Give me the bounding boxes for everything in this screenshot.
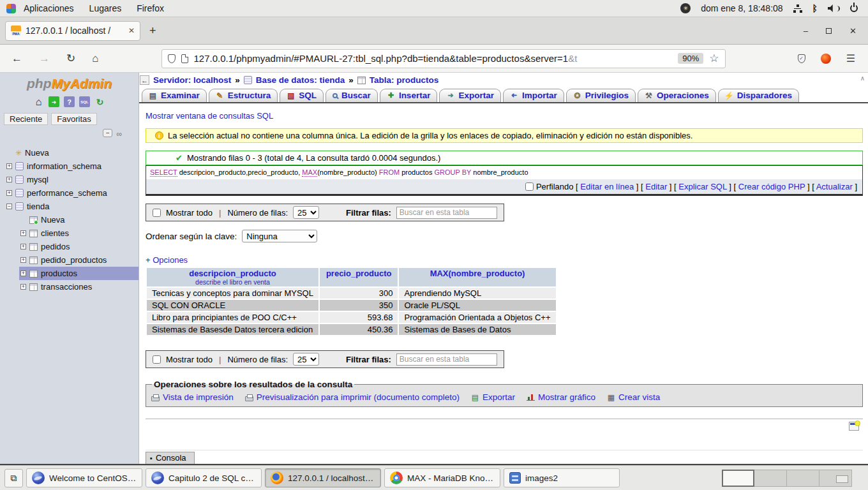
tab-examinar[interactable]: Examinar bbox=[142, 89, 207, 102]
operation-link-mostrar-gr-fico[interactable]: Mostrar gráfico bbox=[527, 392, 595, 402]
menu-firefox[interactable]: Firefox bbox=[129, 0, 172, 17]
breadcrumb-table[interactable]: Tabla: productos bbox=[370, 75, 439, 85]
url-bar[interactable]: 127.0.0.1/phpmyadmin/#PMAURL-27:tbl_sql.… bbox=[161, 49, 726, 68]
tab-sql[interactable]: SQL bbox=[280, 89, 324, 102]
show-all-checkbox[interactable] bbox=[153, 209, 161, 217]
link-db-icon[interactable] bbox=[116, 129, 122, 138]
show-windows-button[interactable] bbox=[4, 469, 23, 487]
nav-tree-item-productos[interactable]: +productos bbox=[0, 267, 138, 280]
workspace-1[interactable] bbox=[722, 470, 754, 487]
bookmark-star-icon[interactable] bbox=[709, 52, 719, 65]
workspace-4[interactable] bbox=[819, 470, 852, 487]
taskbar-window-firefox[interactable]: 127.0.0.1 / localhost / tien... bbox=[265, 468, 381, 487]
expander-icon[interactable]: − bbox=[6, 204, 12, 209]
tab-disparadores[interactable]: Disparadores bbox=[718, 89, 799, 102]
taskbar-window-seamonkey[interactable]: Capitulo 2 de SQL com My... bbox=[146, 468, 262, 487]
collapse-all-icon[interactable] bbox=[103, 129, 112, 137]
accessibility-icon[interactable] bbox=[680, 3, 691, 13]
expander-icon[interactable]: + bbox=[20, 244, 26, 249]
forward-icon[interactable]: → bbox=[39, 52, 50, 65]
close-tab-icon[interactable]: ✕ bbox=[128, 26, 135, 35]
rows-select[interactable]: 25 bbox=[293, 206, 319, 219]
profiling-link-editar-en-l-nea[interactable]: Editar en línea bbox=[580, 182, 634, 191]
network-icon[interactable] bbox=[793, 4, 802, 13]
refresh-icon[interactable] bbox=[94, 96, 105, 107]
logout-icon[interactable] bbox=[49, 96, 59, 107]
expander-icon[interactable]: + bbox=[20, 230, 26, 236]
nav-tree-item-transacciones[interactable]: +transacciones bbox=[0, 280, 138, 293]
operation-link-vista-de-impresi-n[interactable]: Vista de impresión bbox=[151, 392, 234, 402]
sql-window-icon[interactable] bbox=[79, 96, 90, 107]
column-header-1[interactable]: precio_producto bbox=[320, 268, 398, 286]
workspace-2[interactable] bbox=[754, 470, 787, 487]
reload-icon[interactable]: ↻ bbox=[66, 52, 75, 65]
profiling-link-explicar-sql[interactable]: Explicar SQL bbox=[678, 182, 726, 191]
page-info-icon[interactable] bbox=[181, 54, 188, 63]
expander-icon[interactable]: + bbox=[6, 163, 12, 169]
operation-link-crear-vista[interactable]: Crear vista bbox=[607, 392, 660, 402]
zoom-level-badge[interactable]: 90% bbox=[678, 53, 703, 64]
back-icon[interactable]: ← bbox=[11, 52, 22, 65]
bluetooth-icon[interactable] bbox=[812, 3, 818, 13]
nav-tree-item-mysql[interactable]: +mysql bbox=[0, 173, 138, 186]
tab-privilegios[interactable]: Privilegios bbox=[566, 89, 636, 102]
profiling-link-editar[interactable]: Editar bbox=[645, 182, 667, 191]
profiling-checkbox[interactable] bbox=[525, 182, 534, 191]
tab-estructura[interactable]: Estructura bbox=[209, 89, 278, 102]
show-all-checkbox[interactable] bbox=[153, 355, 161, 364]
nav-tree-item-nueva[interactable]: Nueva bbox=[0, 213, 138, 226]
operation-link-exportar[interactable]: Exportar bbox=[471, 392, 515, 402]
taskbar-window-seamonkey[interactable]: Welcome to CentOS - Sea... bbox=[26, 468, 142, 487]
tab-operaciones[interactable]: Operaciones bbox=[638, 89, 716, 102]
menu-aplicaciones[interactable]: Aplicaciones bbox=[16, 0, 82, 17]
filter-input[interactable] bbox=[396, 207, 497, 219]
tab-favoritas[interactable]: Favoritas bbox=[51, 113, 96, 125]
help-icon[interactable] bbox=[64, 96, 75, 107]
column-header-2[interactable]: MAX(nombre_producto) bbox=[399, 268, 555, 286]
menu-lugares[interactable]: Lugares bbox=[82, 0, 130, 17]
expander-icon[interactable]: + bbox=[6, 177, 12, 182]
taskbar-window-cabinet[interactable]: images2 bbox=[504, 468, 620, 487]
window-restore-button[interactable] bbox=[826, 28, 832, 34]
tracking-shield-icon[interactable] bbox=[168, 54, 176, 63]
volume-icon[interactable] bbox=[828, 4, 840, 12]
expander-icon[interactable]: + bbox=[20, 284, 26, 290]
sort-select[interactable]: Ninguna bbox=[242, 230, 317, 242]
breadcrumb-server[interactable]: Servidor: localhost bbox=[153, 75, 231, 85]
rows-select[interactable]: 25 bbox=[293, 353, 319, 366]
window-close-button[interactable]: ✕ bbox=[849, 26, 857, 36]
new-tab-button[interactable]: + bbox=[149, 24, 156, 38]
sql-query-window-link[interactable]: Mostrar ventana de consultas SQL bbox=[146, 111, 273, 121]
clock[interactable]: dom ene 8, 18:48:08 bbox=[701, 3, 782, 13]
tab-buscar[interactable]: Buscar bbox=[326, 89, 378, 102]
tab-insertar[interactable]: Insertar bbox=[380, 89, 438, 102]
browser-tab[interactable]: 127.0.0.1 / localhost / ✕ bbox=[5, 21, 140, 41]
pma-logo[interactable]: phpMyAdmin bbox=[0, 73, 138, 91]
profiling-link-actualizar[interactable]: Actualizar bbox=[816, 182, 853, 191]
page-settings-icon[interactable] bbox=[849, 422, 859, 431]
profiling-link-crear-c-digo-php[interactable]: Crear código PHP bbox=[738, 182, 805, 191]
window-minimize-button[interactable]: – bbox=[804, 26, 808, 36]
nav-tree-item-tienda[interactable]: −tienda bbox=[0, 200, 138, 213]
nav-tree-item-information-schema[interactable]: +information_schema bbox=[0, 160, 138, 173]
tab-reciente[interactable]: Reciente bbox=[4, 113, 48, 125]
nav-tree-item-clientes[interactable]: +clientes bbox=[0, 226, 138, 240]
tab-exportar[interactable]: Exportar bbox=[439, 89, 501, 102]
extension-red-icon[interactable] bbox=[821, 54, 831, 64]
nav-tree-item-pedido-productos[interactable]: +pedido_productos bbox=[0, 253, 138, 267]
breadcrumb-database[interactable]: Base de datos: tienda bbox=[256, 75, 345, 85]
hamburger-menu-icon[interactable] bbox=[846, 52, 855, 64]
expander-icon[interactable]: + bbox=[20, 271, 26, 276]
home-icon[interactable]: ⌂ bbox=[92, 52, 98, 65]
nav-tree-item-nueva[interactable]: Nueva bbox=[0, 146, 138, 160]
tab-importar[interactable]: Importar bbox=[503, 89, 564, 102]
operation-link-previsualizaci-n-para-imprimir[interactable]: Previsualización para imprimir (document… bbox=[245, 392, 460, 402]
nav-tree-item-pedidos[interactable]: +pedidos bbox=[0, 240, 138, 253]
nav-tree-item-performance-schema[interactable]: +performance_schema bbox=[0, 186, 138, 200]
expander-icon[interactable]: + bbox=[6, 190, 12, 196]
column-header-0[interactable]: descripcion_productodescribe el libro en… bbox=[147, 268, 318, 286]
taskbar-window-chrome[interactable]: MAX - MariaDB Knowledge... bbox=[384, 468, 500, 487]
options-toggle-link[interactable]: + Opciones bbox=[146, 255, 188, 265]
home-icon[interactable] bbox=[33, 96, 44, 107]
console-toggle[interactable]: Consola bbox=[146, 452, 195, 464]
